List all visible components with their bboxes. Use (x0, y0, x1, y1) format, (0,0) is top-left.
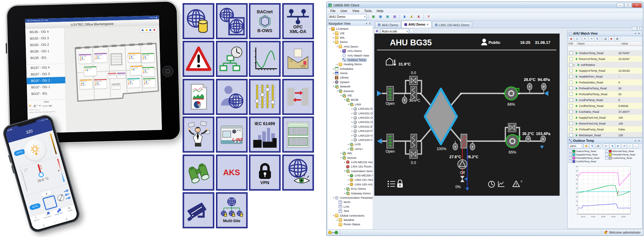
expanded-icon[interactable]: ▾ (340, 157, 342, 159)
tree-item[interactable]: ▾Demos (327, 155, 373, 160)
tile-vpn[interactable]: VPN (249, 154, 281, 191)
tile-binoculars[interactable] (183, 154, 214, 191)
tile-linx[interactable]: L-INX (216, 116, 248, 153)
expanded-icon[interactable]: ▾ (340, 94, 342, 97)
menu-view[interactable]: View (350, 9, 362, 13)
tree-item[interactable]: ▸Weather (327, 218, 373, 222)
user-add-icon[interactable]: ♟ (401, 14, 408, 20)
panel-close-icon[interactable]: ✕ (637, 139, 641, 142)
poll-checkbox[interactable] (569, 87, 573, 90)
export-icon[interactable]: ▦ (614, 36, 620, 41)
preheat-pump[interactable] (458, 159, 467, 169)
tab-close-icon[interactable]: ✕ (427, 23, 429, 26)
col-name[interactable]: Name (577, 42, 621, 46)
tree-item[interactable]: ▸LVIS-ME200 AHU Demo (327, 173, 373, 178)
legend-checkbox[interactable]: ✓ (569, 156, 572, 159)
collapsed-icon[interactable]: ▸ (343, 188, 346, 190)
expand-icon[interactable]: ▸ (573, 64, 575, 66)
extract-pressure-gauge[interactable]: P (541, 136, 546, 142)
col-value[interactable]: Value (621, 42, 642, 46)
tree-item[interactable]: ▾Network (327, 84, 373, 89)
view-mode-icon[interactable]: ▦ (374, 29, 380, 34)
maximize-button[interactable]: ▢ (624, 3, 632, 8)
floor-item[interactable]: BG35 - EG (26, 54, 65, 61)
tree-item[interactable]: ▸LINX151-EG (327, 125, 373, 129)
zoom-in-icon[interactable]: + (627, 144, 633, 149)
room-card[interactable]: Room 219▮ 22.1° (142, 67, 155, 77)
expanded-icon[interactable]: ▾ (328, 28, 331, 30)
room-card[interactable]: Room 218▮ 22.1° (141, 53, 155, 63)
fan-bypass-damper[interactable] (508, 123, 516, 132)
watch-row[interactable]: ReturnFanCmd_Read100 (568, 121, 642, 126)
tree-item[interactable]: ▸DALI Demo (327, 187, 373, 191)
phone-volume-button[interactable] (8, 155, 11, 163)
tile-multisite[interactable]: Multi-Site (216, 192, 248, 228)
tablet-volume-button[interactable] (6, 43, 7, 53)
tree-item[interactable]: ▸LVIS-ME215 Heating Demo (327, 160, 373, 164)
setpoint-marker[interactable] (58, 170, 60, 171)
zoom-out-icon[interactable]: − (633, 144, 638, 149)
legend-item[interactable]: ✓CoolFwTemp_Read (605, 156, 642, 159)
watch-row[interactable]: ReturnAirTemp_Read22.02467 (568, 56, 642, 62)
watch-row[interactable]: CoolFwTemp_Read5 (568, 97, 642, 103)
goto-first-icon[interactable]: ⇤ (604, 144, 609, 149)
tree-item[interactable]: ▸LINX-151 Heating Demo (327, 178, 373, 182)
tree-item[interactable]: LAN (327, 205, 373, 209)
poll-stop-icon[interactable]: ◎ (574, 36, 580, 41)
poll-checkbox[interactable] (569, 133, 573, 137)
collapsed-icon[interactable]: ▸ (351, 139, 353, 141)
tile-mail[interactable] (282, 41, 314, 77)
tree-item[interactable]: ▸Schedules (327, 67, 373, 71)
legend-checkbox[interactable]: ✓ (605, 156, 608, 159)
collapsed-icon[interactable]: ▸ (336, 63, 339, 66)
poll-checkbox[interactable] (569, 98, 573, 102)
room-card[interactable]: Room 211▮ 24.0° (80, 79, 93, 89)
tile-camera[interactable] (183, 192, 214, 228)
tree-item[interactable]: LINX-151 Room Automation (327, 164, 373, 169)
collapse-all-icon[interactable]: ⇤ (583, 36, 588, 41)
close-button[interactable]: ✕ (632, 3, 642, 8)
poll-checkbox[interactable] (569, 110, 573, 113)
tile-aks[interactable]: AKS (216, 154, 248, 191)
room-card[interactable]: Room 224▮ 23.6° (94, 53, 107, 63)
poll-checkbox[interactable] (569, 104, 573, 108)
legend-item[interactable]: ✓SupplyAirTemp_Read (569, 153, 605, 156)
tree-item[interactable]: ▾Devices (327, 89, 373, 93)
poll-checkbox[interactable] (569, 122, 573, 125)
legend-item[interactable]: ✓CoolRetTemp_Read (569, 160, 605, 163)
tree-item[interactable]: ▸LINX151-OG2 (327, 116, 373, 120)
watch-row[interactable]: PreheatRetTemp_Read50 (568, 91, 642, 97)
tree-item[interactable]: ▾VIE (327, 93, 373, 98)
db-config-icon[interactable]: ▣ (391, 14, 398, 20)
tile-opc[interactable]: OPCXML-DA (282, 3, 314, 39)
tile-schedule[interactable] (216, 41, 248, 77)
supply-temp-gauge[interactable]: T (402, 97, 407, 104)
scale-extra-button[interactable] (410, 29, 414, 34)
tree-item[interactable]: ▸WIL (327, 36, 373, 40)
collapsed-icon[interactable]: ▸ (347, 148, 350, 150)
dock-window-icon[interactable]: ▫ (632, 27, 637, 31)
trend-zoom-combo[interactable]: 100%▾ (568, 144, 583, 148)
recents-button[interactable]: ||| (42, 224, 45, 227)
minimize-button[interactable]: — (617, 3, 624, 8)
collapsed-icon[interactable]: ▸ (347, 183, 350, 186)
exhaust-damper[interactable] (387, 134, 394, 148)
user-edit-icon[interactable]: ♟ (408, 14, 415, 20)
next-icon[interactable]: ► (615, 144, 621, 149)
db-edit-icon[interactable]: ▣ (377, 14, 384, 20)
tree-item[interactable]: ▸LINX120-Ventilation (327, 133, 373, 138)
tree-item[interactable]: ▾AHU Demo (327, 44, 373, 49)
tile-juggler[interactable] (183, 116, 214, 153)
collapsed-icon[interactable]: ▸ (332, 36, 335, 39)
tile-exchange[interactable] (282, 79, 314, 115)
room-card[interactable]: Room 220▮ 22.1° (143, 78, 156, 88)
expanded-icon[interactable]: ▾ (332, 214, 335, 217)
collapsed-icon[interactable]: ▸ (351, 116, 353, 119)
light-auto-button[interactable]: AUTO (14, 149, 26, 156)
supply-filter[interactable] (411, 86, 417, 100)
panel-menu-icon[interactable]: ▾ (634, 32, 637, 35)
watch-row[interactable]: CoolValve_Read37.26077 (568, 109, 642, 115)
room-card[interactable]: Room 212▮ 24.9° (94, 79, 107, 89)
tile-trend[interactable] (249, 41, 281, 77)
poll-checkbox[interactable] (569, 128, 573, 131)
